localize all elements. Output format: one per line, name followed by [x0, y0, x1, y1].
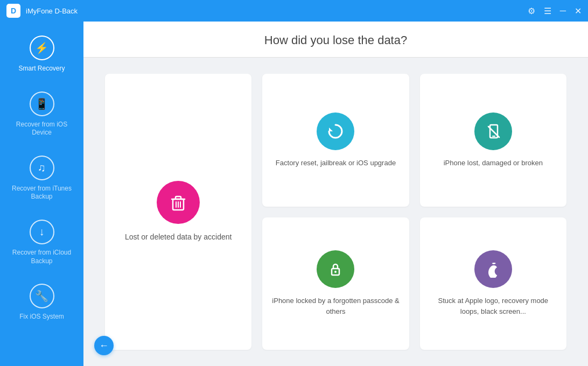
close-icon[interactable]: ✕: [575, 6, 582, 16]
recover-icloud-icon: ↓: [30, 220, 54, 244]
recover-itunes-icon: ♫: [30, 156, 54, 180]
apple-logo-icon: [474, 250, 512, 288]
minimize-icon[interactable]: ─: [560, 6, 566, 16]
titlebar: D iMyFone D-Back ⚙ ☰ ─ ✕: [0, 0, 588, 22]
recover-ios-icon: 📱: [30, 92, 54, 116]
factory-reset-label: Factory reset, jailbreak or iOS upgrade: [276, 158, 396, 168]
smart-recovery-icon: ⚡: [30, 36, 54, 60]
sidebar-item-fix-ios[interactable]: 🔧Fix iOS System: [0, 275, 83, 330]
card-factory-reset[interactable]: Factory reset, jailbreak or iOS upgrade: [262, 74, 409, 207]
sidebar-item-recover-itunes[interactable]: ♫Recover from iTunes Backup: [0, 147, 83, 210]
card-iphone-locked[interactable]: iPhone locked by a forgotten passcode & …: [262, 217, 409, 350]
sidebar-item-recover-icloud[interactable]: ↓Recover from iCloud Backup: [0, 211, 83, 274]
sidebar: ⚡Smart Recovery📱Recover from iOS Device♫…: [0, 22, 83, 366]
recover-itunes-label: Recover from iTunes Backup: [5, 185, 78, 201]
content-header: How did you lose the data?: [83, 22, 588, 58]
iphone-locked-label: iPhone locked by a forgotten passcode & …: [270, 295, 401, 316]
recover-ios-label: Recover from iOS Device: [5, 121, 78, 137]
recover-icloud-label: Recover from iCloud Backup: [5, 249, 78, 265]
main-content: How did you lose the data? Lost or delet…: [83, 22, 588, 366]
lost-deleted-icon: [157, 181, 200, 224]
card-apple-logo[interactable]: Stuck at Apple logo, recovery mode loops…: [420, 217, 566, 350]
iphone-lost-label: iPhone lost, damaged or broken: [444, 158, 543, 168]
sidebar-item-recover-ios[interactable]: 📱Recover from iOS Device: [0, 83, 83, 146]
svg-point-8: [334, 271, 337, 273]
main-layout: ⚡Smart Recovery📱Recover from iOS Device♫…: [0, 22, 588, 366]
factory-reset-icon: [317, 112, 354, 150]
card-iphone-lost[interactable]: iPhone lost, damaged or broken: [420, 74, 566, 207]
iphone-locked-icon: [317, 250, 354, 288]
window-controls: ⚙ ☰ ─ ✕: [528, 6, 582, 16]
fix-ios-label: Fix iOS System: [19, 313, 64, 321]
app-title: iMyFone D-Back: [26, 7, 528, 15]
card-lost-deleted[interactable]: Lost or deleted data by accident: [105, 74, 251, 350]
cards-grid: Lost or deleted data by accident Factory…: [83, 58, 588, 366]
smart-recovery-label: Smart Recovery: [18, 65, 65, 73]
apple-logo-label: Stuck at Apple logo, recovery mode loops…: [428, 295, 558, 316]
lost-deleted-label: Lost or deleted data by accident: [125, 231, 232, 243]
settings-icon[interactable]: ⚙: [528, 6, 535, 16]
sidebar-item-smart-recovery[interactable]: ⚡Smart Recovery: [0, 27, 83, 82]
iphone-lost-icon: [474, 112, 512, 150]
menu-icon[interactable]: ☰: [544, 6, 551, 16]
fix-ios-icon: 🔧: [30, 284, 54, 308]
app-logo: D: [6, 4, 20, 18]
back-button[interactable]: ←: [94, 336, 114, 355]
page-heading: How did you lose the data?: [83, 33, 588, 47]
